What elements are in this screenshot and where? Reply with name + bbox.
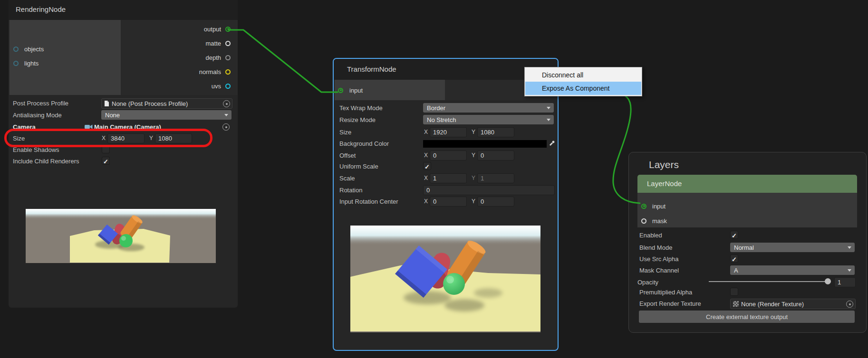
node-graph-canvas[interactable]: RenderingNode objects lights output matt… (0, 0, 868, 358)
port-depth[interactable]: depth (205, 52, 231, 63)
size-y-input[interactable]: 1080 (155, 133, 192, 143)
offset-y-input[interactable]: 0 (477, 151, 514, 160)
irc-y-input[interactable]: 0 (477, 197, 514, 207)
opacity-slider-handle[interactable] (825, 278, 831, 284)
port-dot-uvs[interactable] (225, 84, 231, 89)
layers-panel-title: Layers (649, 159, 679, 170)
enable-shadows-checkbox[interactable] (102, 145, 110, 153)
transform-node-title: TransformNode (347, 65, 396, 73)
file-icon (104, 100, 109, 107)
rotation-label: Rotation (339, 187, 362, 194)
background-color-label: Background Color (339, 140, 389, 147)
port-output[interactable]: output (204, 23, 231, 35)
object-picker-icon[interactable] (223, 100, 230, 107)
tex-wrap-mode-dropdown[interactable]: Border (423, 103, 554, 113)
edge-transform-output-to-layer-input[interactable] (551, 93, 640, 203)
post-process-profile-label: Post Process Profile (13, 100, 68, 107)
port-matte[interactable]: matte (205, 38, 231, 49)
rotation-input[interactable]: 0 (423, 185, 555, 195)
size-x-input[interactable]: 1920 (430, 127, 467, 137)
eyedropper-icon[interactable] (549, 140, 555, 147)
camera-icon (85, 124, 93, 130)
port-label: lights (24, 60, 39, 67)
size-x-input[interactable]: 3840 (107, 133, 145, 143)
port-input[interactable]: input (338, 85, 363, 96)
tex-wrap-mode-value: Border (427, 104, 445, 112)
background-color-swatch[interactable] (423, 140, 547, 148)
transform-node[interactable]: TransformNode input output Tex Wrap Mode… (333, 58, 559, 351)
object-picker-icon[interactable] (222, 123, 230, 131)
port-dot-output[interactable] (225, 27, 231, 32)
layer-node-title: LayerNode (647, 179, 682, 188)
use-src-alpha-checkbox[interactable] (730, 254, 738, 263)
chevron-down-icon (848, 246, 851, 249)
render-preview (350, 226, 540, 332)
antialiasing-mode-value: None (105, 112, 120, 119)
export-render-texture-label: Export Render Texture (639, 300, 701, 307)
port-lights[interactable]: lights (13, 57, 39, 69)
opacity-slider-track[interactable] (709, 281, 831, 282)
resize-mode-value: No Stretch (427, 116, 456, 123)
size-label: Size (13, 135, 25, 142)
port-mask[interactable]: mask (641, 215, 667, 226)
port-dot-objects[interactable] (13, 47, 19, 52)
post-process-profile-field[interactable]: None (Post Process Profile) (101, 98, 232, 109)
export-render-texture-value: None (Render Texture) (741, 301, 804, 308)
create-external-texture-output-button[interactable]: Create external texture output (639, 311, 855, 323)
rendering-node[interactable]: RenderingNode objects lights output matt… (9, 0, 238, 308)
post-process-profile-value: None (Post Process Profile) (112, 100, 188, 107)
include-child-renderers-checkbox[interactable] (102, 157, 110, 165)
size-x-label: X (424, 129, 428, 135)
port-dot-input[interactable] (641, 204, 646, 209)
enabled-label: Enabled (639, 232, 662, 239)
antialiasing-mode-label: Antialiasing Mode (13, 112, 62, 119)
port-dot-depth[interactable] (225, 55, 231, 60)
camera-value[interactable]: Main Camera (Camera) (94, 123, 161, 131)
scale-x-input[interactable]: 1 (430, 173, 467, 183)
scale-label: Scale (339, 175, 355, 182)
rendering-node-header[interactable]: RenderingNode (9, 0, 238, 20)
use-src-alpha-label: Use Src Alpha (639, 255, 678, 263)
port-label: normals (199, 68, 221, 75)
uniform-scale-checkbox[interactable] (423, 162, 431, 170)
port-dot-normals[interactable] (225, 69, 231, 75)
port-dot-matte[interactable] (225, 41, 231, 46)
enabled-checkbox[interactable] (730, 231, 738, 239)
rendering-node-ports: objects lights output matte depth normal… (9, 20, 238, 95)
object-picker-icon[interactable] (846, 301, 853, 308)
uniform-scale-label: Uniform Scale (339, 163, 378, 170)
menu-item-expose-as-component[interactable]: Expose As Component (525, 82, 641, 95)
resize-mode-dropdown[interactable]: No Stretch (423, 115, 554, 124)
port-label: matte (205, 40, 221, 47)
port-dot-mask[interactable] (641, 218, 646, 224)
chevron-down-icon (547, 119, 550, 121)
port-dot-input[interactable] (338, 88, 343, 93)
layer-node-header[interactable]: LayerNode (637, 175, 857, 193)
layers-panel[interactable]: Layers LayerNode input mask Enabled Blen… (628, 152, 867, 333)
opacity-value-input[interactable]: 1 (834, 277, 856, 287)
menu-item-disconnect-all[interactable]: Disconnect all (525, 68, 641, 82)
antialiasing-mode-dropdown[interactable]: None (101, 110, 231, 120)
port-normals[interactable]: normals (199, 66, 231, 77)
size-x-label: X (102, 135, 106, 141)
port-dot-lights[interactable] (13, 61, 19, 66)
port-label: depth (205, 54, 221, 61)
port-label: mask (652, 217, 667, 225)
export-render-texture-field[interactable]: None (Render Texture) (730, 299, 856, 309)
mask-channel-dropdown[interactable]: A (730, 265, 855, 275)
offset-x-label: X (424, 152, 428, 159)
port-input[interactable]: input (641, 200, 665, 212)
port-label: output (204, 26, 221, 33)
edge-output-to-transform-input[interactable] (229, 30, 338, 92)
offset-x-input[interactable]: 0 (430, 151, 467, 160)
port-label: uvs (212, 83, 221, 90)
premultiplied-alpha-checkbox[interactable] (730, 288, 738, 296)
chevron-down-icon (547, 107, 550, 109)
size-y-input[interactable]: 1080 (477, 127, 514, 137)
mask-channel-value: A (734, 267, 738, 274)
blend-mode-dropdown[interactable]: Normal (730, 243, 855, 252)
port-uvs[interactable]: uvs (212, 80, 231, 92)
port-objects[interactable]: objects (13, 43, 44, 55)
irc-x-input[interactable]: 0 (430, 197, 467, 207)
irc-y-label: Y (472, 198, 475, 205)
